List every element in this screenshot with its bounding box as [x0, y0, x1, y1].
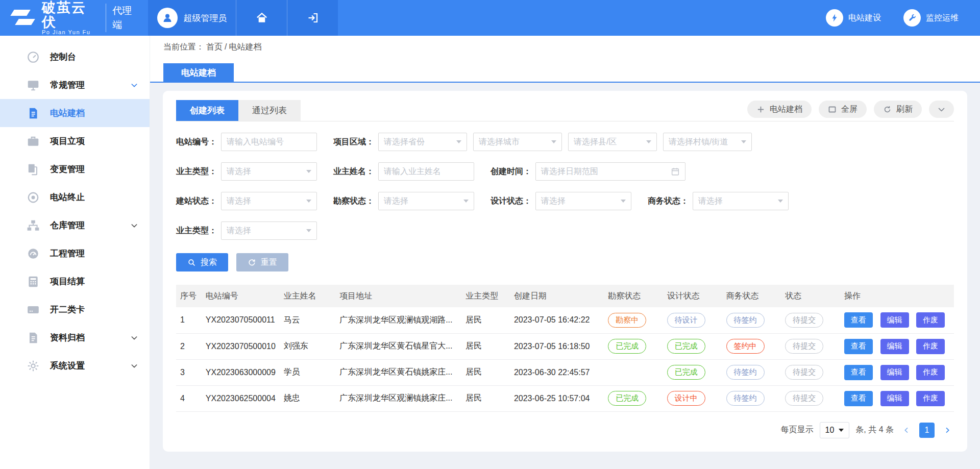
sidebar-item-project-settlement[interactable]: 项目结算: [0, 267, 150, 295]
per-page-select[interactable]: 10: [820, 422, 850, 438]
table-row: 3 YX2023063000009 学员 广东深圳龙华区黄石镇姚家庄... 居民…: [176, 359, 954, 385]
chevron-down-icon: [130, 221, 138, 230]
chevron-down-icon: [130, 334, 138, 342]
town-select[interactable]: 请选择村镇/街道: [663, 133, 752, 151]
caret-down-icon: [456, 140, 461, 143]
tab-create-list[interactable]: 创建列表: [176, 100, 238, 121]
search-button[interactable]: 搜索: [176, 253, 228, 271]
station-code-input[interactable]: [221, 133, 317, 151]
status-badge: 待提交: [785, 365, 823, 380]
view-button[interactable]: 查看: [844, 365, 873, 380]
sidebar-item-console[interactable]: 控制台: [0, 43, 150, 71]
caret-down-icon: [463, 200, 469, 203]
owner-type2-label: 业主类型：: [176, 226, 221, 236]
user-icon: [161, 12, 174, 24]
table-row: 2 YX2023070500010 刘强东 广东深圳龙华区黄石镇星官大... 居…: [176, 333, 954, 359]
void-button[interactable]: 作废: [916, 312, 945, 328]
caret-down-icon: [306, 229, 311, 232]
business-status-badge: 待签约: [726, 365, 765, 380]
void-button[interactable]: 作废: [916, 365, 945, 380]
archive-icon: [27, 331, 40, 344]
nav-monitor-ops-label: 监控运维: [926, 13, 959, 23]
page-tab-station-archive[interactable]: 电站建档: [163, 63, 234, 82]
breadcrumb-home[interactable]: 首页: [206, 42, 223, 53]
edit-button[interactable]: 编辑: [880, 365, 909, 380]
caret-down-icon: [778, 200, 783, 203]
reset-button[interactable]: 重置: [236, 253, 288, 271]
nav-station-build-label: 电站建设: [848, 13, 881, 23]
per-page-label: 每页显示: [781, 425, 814, 435]
chevron-down-icon: [130, 362, 138, 370]
design-status-badge: 已完成: [667, 339, 705, 354]
page-number-button[interactable]: 1: [919, 423, 935, 438]
sidebar: 控制台 常规管理 电站建档 项目立项 变更管理 电站终止 仓库管理: [0, 36, 150, 469]
city-select[interactable]: 请选择城市: [473, 133, 562, 151]
calculator-icon: [27, 275, 40, 288]
owner-type-label: 业主类型：: [176, 166, 221, 177]
tab-passed-list[interactable]: 通过列表: [238, 100, 301, 121]
view-button[interactable]: 查看: [844, 391, 873, 406]
user-menu[interactable]: 超级管理员: [148, 0, 236, 36]
status-badge: 待提交: [785, 391, 823, 406]
brand-portal-label: 代理端: [106, 4, 141, 32]
sidebar-item-station-archive[interactable]: 电站建档: [0, 99, 150, 127]
status-badge: 待提交: [785, 339, 823, 354]
region-label: 项目区域：: [333, 137, 378, 147]
void-button[interactable]: 作废: [916, 391, 945, 406]
owner-name-input[interactable]: [378, 162, 474, 181]
province-select[interactable]: 请选择省份: [378, 133, 467, 151]
gauge-icon: [27, 247, 40, 260]
sidebar-item-general-mgmt[interactable]: 常规管理: [0, 71, 150, 99]
sidebar-item-system-settings[interactable]: 系统设置: [0, 352, 150, 380]
sidebar-item-data-archive[interactable]: 资料归档: [0, 324, 150, 352]
build-status-select[interactable]: 请选择: [221, 192, 317, 210]
next-page-button[interactable]: [941, 424, 954, 437]
table-row: 4 YX2023062500004 姚忠 广东深圳龙华区观澜镇姚家庄... 居民…: [176, 385, 954, 411]
survey-status-badge: 勘察中: [608, 313, 646, 328]
void-button[interactable]: 作废: [916, 339, 945, 354]
sidebar-item-project-initiation[interactable]: 项目立项: [0, 127, 150, 155]
view-button[interactable]: 查看: [844, 312, 873, 328]
target-icon: [27, 191, 40, 204]
edit-button[interactable]: 编辑: [880, 391, 909, 406]
status-badge: 待提交: [785, 313, 823, 328]
business-status-badge: 签约中: [726, 339, 765, 354]
breadcrumb-separator: /: [225, 42, 227, 52]
prev-page-button[interactable]: [900, 424, 913, 437]
gear-icon: [27, 359, 40, 373]
caret-down-icon: [741, 140, 746, 143]
breadcrumb-current: 电站建档: [229, 42, 261, 53]
owner-type-select[interactable]: 请选择: [221, 162, 317, 181]
sidebar-item-change-mgmt[interactable]: 变更管理: [0, 155, 150, 183]
sidebar-item-open-type2-card[interactable]: 开二类卡: [0, 295, 150, 324]
fullscreen-button[interactable]: 全屏: [819, 101, 867, 118]
nav-station-build[interactable]: 电站建设: [826, 9, 881, 27]
list-tabs: 创建列表 通过列表: [176, 100, 301, 121]
document-icon: [27, 107, 40, 120]
county-select[interactable]: 请选择县/区: [568, 133, 657, 151]
caret-down-icon: [551, 140, 556, 143]
caret-down-icon: [621, 200, 626, 203]
chevron-down-icon: [130, 81, 138, 89]
survey-status-select[interactable]: 请选择: [378, 192, 474, 210]
bolt-icon: [826, 9, 843, 27]
create-station-button[interactable]: 电站建档: [747, 101, 812, 118]
logout-button[interactable]: [287, 0, 338, 36]
sidebar-item-warehouse-mgmt[interactable]: 仓库管理: [0, 211, 150, 239]
edit-button[interactable]: 编辑: [880, 312, 909, 328]
owner-type2-select[interactable]: 请选择: [221, 221, 317, 240]
sidebar-item-station-terminate[interactable]: 电站终止: [0, 183, 150, 211]
brand-logo-icon: [11, 7, 37, 29]
collapse-button[interactable]: [929, 101, 954, 118]
business-status-select[interactable]: 请选择: [693, 192, 789, 210]
sidebar-item-engineering-mgmt[interactable]: 工程管理: [0, 239, 150, 267]
date-range-input[interactable]: 请选择日期范围: [535, 162, 685, 181]
caret-down-icon: [646, 140, 651, 143]
edit-button[interactable]: 编辑: [880, 339, 909, 354]
refresh-icon: [883, 105, 892, 114]
nav-monitor-ops[interactable]: 监控运维: [903, 9, 959, 27]
design-status-select[interactable]: 请选择: [535, 192, 631, 210]
home-button[interactable]: [236, 0, 287, 36]
view-button[interactable]: 查看: [844, 339, 873, 354]
refresh-button[interactable]: 刷新: [874, 101, 922, 118]
